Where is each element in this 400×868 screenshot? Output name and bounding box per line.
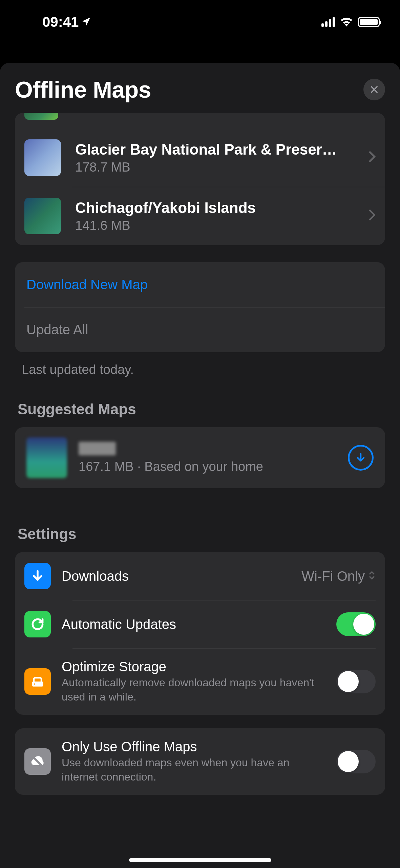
map-thumbnail (26, 437, 67, 478)
update-all-button[interactable]: Update All (15, 307, 385, 352)
status-time: 09:41 (42, 14, 91, 30)
map-row-glacier-bay[interactable]: Glacier Bay National Park & Preser… 178.… (15, 129, 385, 187)
page-title: Offline Maps (15, 76, 151, 103)
location-arrow-icon (81, 14, 91, 30)
suggested-map-name-redacted (79, 442, 116, 455)
map-row-chichagof[interactable]: Chichagof/Yakobi Islands 141.6 MB (15, 187, 385, 245)
download-arrow-icon (24, 563, 51, 589)
chevron-right-icon (369, 150, 376, 165)
chevron-right-icon (369, 209, 376, 224)
offline-maps-sheet: Offline Maps Glacier Bay National Park &… (0, 63, 400, 868)
map-size: 178.7 MB (75, 160, 355, 175)
setting-automatic-updates[interactable]: Automatic Updates (15, 600, 385, 648)
up-down-icon (368, 569, 376, 584)
svg-rect-0 (32, 682, 43, 687)
setting-label: Downloads (62, 569, 291, 584)
map-thumbnail (24, 198, 61, 234)
storage-icon (24, 668, 51, 695)
status-bar: 09:41 (0, 0, 400, 44)
cellular-signal-icon (321, 17, 335, 27)
only-offline-toggle[interactable] (336, 750, 376, 773)
last-updated-text: Last updated today. (15, 362, 385, 377)
settings-card-1: Downloads Wi-Fi Only Automatic Updates (15, 552, 385, 715)
setting-label: Automatic Updates (62, 617, 325, 632)
wifi-icon (340, 16, 353, 28)
settings-card-2: Only Use Offline Maps Use downloaded map… (15, 728, 385, 795)
setting-only-offline[interactable]: Only Use Offline Maps Use downloaded map… (15, 728, 385, 795)
map-row-partial[interactable] (15, 113, 385, 129)
automatic-updates-toggle[interactable] (336, 612, 376, 636)
download-new-map-button[interactable]: Download New Map (15, 262, 385, 307)
suggested-map-subtitle: 167.1 MB · Based on your home (79, 459, 336, 474)
time-text: 09:41 (42, 14, 79, 30)
refresh-icon (24, 611, 51, 637)
suggested-header: Suggested Maps (15, 401, 385, 418)
home-indicator[interactable] (129, 858, 271, 862)
svg-rect-1 (34, 684, 35, 685)
suggested-map-row[interactable]: 167.1 MB · Based on your home (15, 427, 385, 488)
cloud-off-icon (24, 748, 51, 775)
map-thumbnail (24, 113, 58, 120)
setting-downloads[interactable]: Downloads Wi-Fi Only (15, 552, 385, 600)
action-label: Update All (26, 322, 88, 337)
map-size: 141.6 MB (75, 218, 355, 233)
map-actions-card: Download New Map Update All (15, 262, 385, 352)
map-name: Glacier Bay National Park & Preser… (75, 141, 355, 158)
map-name: Chichagof/Yakobi Islands (75, 199, 355, 216)
settings-header: Settings (15, 526, 385, 542)
close-button[interactable] (363, 79, 385, 100)
download-button[interactable] (348, 445, 374, 471)
setting-optimize-storage[interactable]: Optimize Storage Automatically remove do… (15, 648, 385, 715)
optimize-storage-toggle[interactable] (336, 670, 376, 693)
map-thumbnail (24, 139, 61, 176)
setting-description: Use downloaded maps even when you have a… (62, 756, 325, 784)
setting-description: Automatically remove downloaded maps you… (62, 676, 325, 704)
battery-icon (358, 17, 380, 27)
setting-label: Optimize Storage (62, 659, 325, 674)
downloaded-maps-list: Glacier Bay National Park & Preser… 178.… (15, 113, 385, 245)
action-label: Download New Map (26, 277, 148, 292)
setting-value: Wi-Fi Only (301, 569, 376, 584)
setting-label: Only Use Offline Maps (62, 739, 325, 754)
